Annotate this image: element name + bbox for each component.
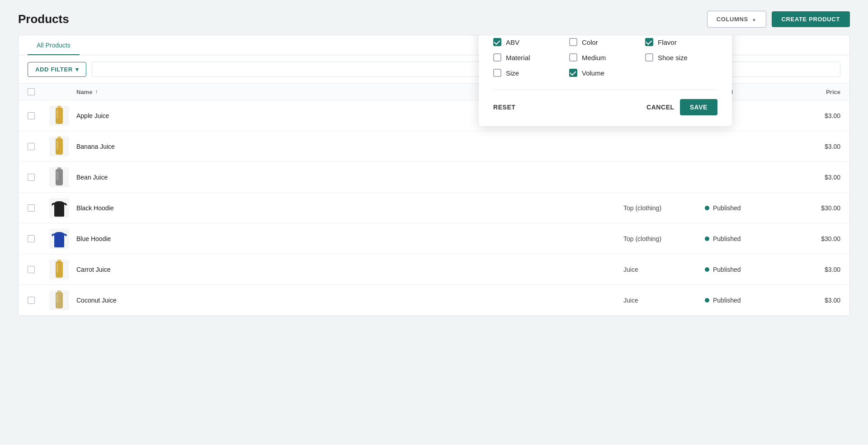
reset-button[interactable]: RESET xyxy=(493,104,515,111)
dropdown-arrow-icon: ▾ xyxy=(75,66,79,73)
table-row: Banana Juice $3.00 xyxy=(19,131,849,162)
row-checkbox[interactable] xyxy=(28,143,35,150)
row-checkbox[interactable] xyxy=(28,235,35,242)
status-dot-icon xyxy=(705,237,709,241)
chevron-up-icon: ▲ xyxy=(752,17,757,22)
panel-right-actions: CANCEL SAVE xyxy=(646,99,717,115)
column-checkbox[interactable] xyxy=(493,53,501,62)
create-product-button[interactable]: CREATE PRODUCT xyxy=(772,11,850,27)
svg-rect-11 xyxy=(57,260,61,261)
column-option[interactable]: Color xyxy=(569,38,642,46)
product-name: Black Hoodie xyxy=(76,204,623,212)
columns-button[interactable]: COLUMNS ▲ xyxy=(707,11,766,28)
column-label: Shoe size xyxy=(658,54,688,62)
product-name: Banana Juice xyxy=(76,143,623,150)
row-checkbox[interactable] xyxy=(28,204,35,212)
product-thumbnail xyxy=(49,229,69,249)
svg-rect-3 xyxy=(57,137,61,138)
status-dot-icon xyxy=(705,298,709,303)
column-label: Material xyxy=(506,54,530,62)
panel-divider xyxy=(493,90,717,90)
column-label: Volume xyxy=(582,69,604,77)
th-price: Price xyxy=(786,89,840,95)
cancel-button[interactable]: CANCEL xyxy=(646,104,675,111)
select-all-checkbox[interactable] xyxy=(28,88,35,95)
column-option[interactable]: Material xyxy=(493,53,566,62)
column-option[interactable]: Volume xyxy=(569,69,642,77)
product-thumbnail xyxy=(49,290,69,310)
product-price: $3.00 xyxy=(786,143,840,150)
product-thumbnail xyxy=(49,260,69,279)
product-thumbnail xyxy=(49,137,69,156)
save-button[interactable]: SAVE xyxy=(680,99,717,115)
column-label: Size xyxy=(506,69,519,77)
column-checkbox[interactable] xyxy=(569,69,577,77)
column-option[interactable]: ABV xyxy=(493,38,566,46)
columns-panel: 6 columns selected out of 11 Published P… xyxy=(479,35,732,126)
product-type: Top (clothing) xyxy=(623,204,705,212)
status-label: Published xyxy=(713,204,741,212)
column-checkbox[interactable] xyxy=(569,53,577,62)
product-price: $30.00 xyxy=(786,204,840,212)
product-type: Juice xyxy=(623,266,705,273)
svg-rect-0 xyxy=(57,106,61,108)
product-status: Published xyxy=(705,204,786,212)
svg-rect-14 xyxy=(57,290,61,292)
table-row: Coconut Juice Juice Published $3.00 xyxy=(19,285,849,316)
table-body: Apple Juice $3.00 Banana Juice $3.00 xyxy=(19,100,849,316)
column-option[interactable]: Flavor xyxy=(645,38,717,46)
column-checkbox[interactable] xyxy=(493,69,501,77)
product-thumbnail xyxy=(49,106,69,126)
tab-all-products[interactable]: All Products xyxy=(28,35,80,55)
columns-button-label: COLUMNS xyxy=(717,16,748,23)
product-name: Coconut Juice xyxy=(76,297,623,304)
table-row: Blue Hoodie Top (clothing) Published $30… xyxy=(19,223,849,254)
column-option[interactable]: Medium xyxy=(569,53,642,62)
row-checkbox[interactable] xyxy=(28,266,35,273)
status-label: Published xyxy=(713,266,741,273)
panel-actions: RESET CANCEL SAVE xyxy=(493,99,717,115)
status-dot-icon xyxy=(705,267,709,272)
product-status: Published xyxy=(705,235,786,242)
product-type: Juice xyxy=(623,297,705,304)
svg-rect-8 xyxy=(57,171,58,180)
add-filter-label: ADD FILTER xyxy=(35,66,73,73)
column-checkbox[interactable] xyxy=(645,38,653,46)
status-label: Published xyxy=(713,297,741,304)
product-price: $3.00 xyxy=(786,297,840,304)
status-dot-icon xyxy=(705,206,709,210)
status-label: Published xyxy=(713,235,741,242)
sort-asc-icon: ↑ xyxy=(95,89,98,95)
product-thumbnail xyxy=(49,198,69,218)
product-type: Top (clothing) xyxy=(623,235,705,242)
page-title: Products xyxy=(18,12,69,26)
svg-rect-10 xyxy=(57,232,61,234)
row-checkbox[interactable] xyxy=(28,112,35,119)
add-filter-button[interactable]: ADD FILTER ▾ xyxy=(28,62,86,77)
column-checkbox[interactable] xyxy=(493,38,501,46)
row-checkbox[interactable] xyxy=(28,174,35,181)
svg-rect-9 xyxy=(57,201,61,203)
product-status: Published xyxy=(705,266,786,273)
product-status: Published xyxy=(705,297,786,304)
table-row: Bean Juice $3.00 xyxy=(19,162,849,193)
product-name: Bean Juice xyxy=(76,174,623,181)
svg-rect-13 xyxy=(57,263,58,272)
column-option[interactable]: Shoe size xyxy=(645,53,717,62)
table-row: Carrot Juice Juice Published $3.00 xyxy=(19,254,849,285)
product-price: $30.00 xyxy=(786,235,840,242)
svg-rect-2 xyxy=(57,109,58,118)
product-price: $3.00 xyxy=(786,112,840,119)
page-header: Products COLUMNS ▲ CREATE PRODUCT xyxy=(0,0,868,35)
row-checkbox[interactable] xyxy=(28,297,35,304)
header-actions: COLUMNS ▲ CREATE PRODUCT xyxy=(707,11,850,28)
product-name: Blue Hoodie xyxy=(76,235,623,242)
column-checkbox[interactable] xyxy=(645,53,653,62)
column-option[interactable]: Size xyxy=(493,69,566,77)
columns-grid: Published Price Type ABV Color Flavor Ma… xyxy=(493,35,717,77)
column-label: Color xyxy=(582,38,598,46)
svg-rect-5 xyxy=(57,140,58,149)
column-label: Flavor xyxy=(658,38,677,46)
column-checkbox[interactable] xyxy=(569,38,577,46)
column-label: ABV xyxy=(506,38,519,46)
